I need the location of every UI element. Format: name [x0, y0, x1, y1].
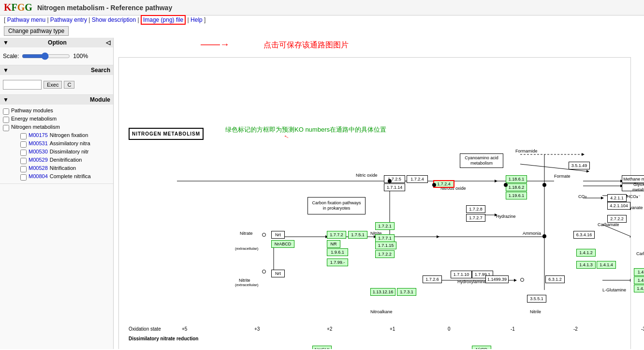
enzyme-1414[interactable]: 1.4.1.4: [597, 261, 616, 269]
enzyme-1728[interactable]: 1.7.2.8: [466, 205, 485, 213]
node-3: [504, 183, 508, 187]
search-triangle: ▼: [3, 67, 9, 74]
nav-show-description[interactable]: Show description: [92, 16, 136, 23]
m00175-item: M00175 Nitrogen fixation: [20, 132, 110, 139]
enzyme-17114[interactable]: 1.7.1.14: [384, 183, 405, 191]
enzyme-1721[interactable]: 1.7.2.1: [375, 222, 395, 230]
enzyme-3551[interactable]: 3.5.5.1: [527, 295, 546, 303]
enzyme-1799[interactable]: 1.7.99.-: [327, 259, 348, 266]
m00804-checkbox[interactable]: [20, 174, 27, 181]
nav-pathway-menu[interactable]: Pathway menu: [7, 16, 45, 23]
energy-metabolism-checkbox[interactable]: [3, 117, 9, 123]
node-4: [542, 183, 546, 187]
m00175-label: Nitrogen fixation: [50, 132, 88, 138]
m00530-checkbox[interactable]: [20, 150, 27, 156]
annotation-arrow-1: ——→: [201, 39, 230, 50]
enzyme-11961[interactable]: 1.19.6.1: [506, 192, 527, 199]
enzyme-1772[interactable]: 1.7.7.2: [327, 231, 346, 239]
m00530-label: Dissimilatory nitr: [50, 149, 89, 154]
enzyme-1412[interactable]: 1.4.1.2: [576, 249, 596, 257]
m00531-checkbox[interactable]: [20, 141, 27, 148]
enzyme-1413[interactable]: 1.4.1.3: [576, 261, 596, 269]
enzyme-6312[interactable]: 6.3.1.2: [545, 275, 565, 283]
enzyme-35149[interactable]: 3.5.1.49: [569, 162, 590, 169]
enzyme-1471[interactable]: 1.4.7.1: [634, 285, 644, 292]
enzyme-1724[interactable]: 1.7.2.4: [407, 175, 428, 183]
exec-button[interactable]: Exec: [44, 81, 62, 89]
pathway-diagram[interactable]: 绿色标记的方框即为预测KO numbers在通路中的具体位置 ←: [118, 57, 631, 349]
enzyme-11312[interactable]: 1.13.12.16: [370, 288, 395, 296]
search-label: Search: [91, 67, 110, 74]
pathway-modules-checkbox[interactable]: [3, 108, 9, 115]
enzyme-19961[interactable]: 1.9.6.1: [327, 248, 348, 256]
nitrate-label: Nitrate: [240, 231, 253, 236]
module-label: Module: [90, 96, 110, 103]
clear-button[interactable]: C: [64, 81, 74, 89]
nav-pathway-entry[interactable]: Pathway entry: [50, 16, 87, 23]
enzyme-14113[interactable]: 1.4.1.13: [634, 268, 644, 276]
nav-bar: [ Pathway menu | Pathway entry | Show de…: [0, 15, 644, 24]
option-collapse-icon: ◁: [106, 39, 110, 46]
ox-0: 0: [448, 326, 451, 332]
search-section: ▼ Search Exec C: [0, 65, 113, 95]
option-section: ▼ Option ◁ Scale: 100%: [0, 38, 113, 65]
enzyme-nr[interactable]: NR: [327, 240, 340, 248]
enzyme-nrabcd[interactable]: NrABCD: [271, 240, 294, 248]
enzyme-nrt-top[interactable]: Nrt: [271, 231, 285, 239]
search-input[interactable]: [3, 80, 42, 90]
change-pathway-button[interactable]: Change pathway type: [4, 26, 69, 36]
enzyme-1751[interactable]: 1.7.5.1: [348, 231, 367, 239]
enzyme-1726[interactable]: 1.7.2.6: [423, 275, 442, 283]
diss-nitrate-label: Dissimilatory nitrate reduction: [129, 336, 198, 341]
pathway-glyoxylate[interactable]: Glyoxylate metabolism: [622, 183, 644, 191]
search-header[interactable]: ▼ Search: [0, 65, 113, 75]
m00175-checkbox[interactable]: [20, 133, 27, 139]
enzyme-17115[interactable]: 1.7.1.15: [375, 242, 396, 249]
enzyme-6346[interactable]: 6.3.4.16: [573, 231, 595, 239]
enzyme-1727[interactable]: 1.7.2.7: [466, 214, 485, 222]
enzyme-17110[interactable]: 1.7.1.10: [451, 271, 472, 278]
search-row: Exec C: [3, 78, 110, 91]
nitrogen-metabolism-label: Nitrogen metabolism: [11, 124, 60, 130]
enzyme-nrt-bot[interactable]: Nrt: [271, 270, 285, 277]
m00529-link[interactable]: M00529: [29, 157, 48, 163]
enzyme-11862[interactable]: 1.18.6.2: [506, 183, 527, 191]
m00804-link[interactable]: M00804: [29, 173, 48, 179]
ox-plus1: +1: [390, 326, 395, 332]
m00528-link[interactable]: M00528: [29, 165, 48, 171]
pathway-carbon-fixation[interactable]: Carbon fixation pathwaysin prokaryotes: [307, 197, 366, 214]
m00531-link[interactable]: M00531: [29, 140, 48, 146]
enzyme-11861[interactable]: 1.18.6.1: [506, 175, 527, 183]
enzyme-14114[interactable]: 1.4.1.14: [634, 276, 644, 284]
enzyme-4211[interactable]: 4.2.1.1: [607, 194, 627, 202]
enzyme-1724-highlight[interactable]: 1.7.2.4: [433, 180, 454, 188]
m00175-link[interactable]: M00175: [29, 132, 48, 138]
enzyme-11499[interactable]: 1.1499.39: [485, 275, 509, 283]
hco3-label: HCO₃⁻: [627, 194, 641, 199]
enzyme-1722[interactable]: 1.7.2.2: [375, 250, 395, 258]
m00530-link[interactable]: M00530: [29, 149, 48, 154]
module-header[interactable]: ▼ Module: [0, 95, 113, 105]
bottom-nirbd[interactable]: NirBD: [472, 346, 491, 349]
enzyme-1725[interactable]: 1.7.2.5: [384, 175, 405, 183]
module-triangle: ▼: [3, 96, 9, 103]
nav-image-png[interactable]: Image (png) file: [141, 15, 186, 25]
enzyme-2722[interactable]: 2.7.2.2: [607, 215, 627, 223]
bottom-narghi[interactable]: NarGHI: [312, 346, 332, 349]
energy-metabolism-item: Energy metabolism: [3, 116, 110, 123]
content-area[interactable]: 点击可保存该通路图图片 ——→ 绿色标记的方框即为预测KO numbers在通路…: [114, 38, 644, 349]
m00529-checkbox[interactable]: [20, 158, 27, 164]
nitrogen-metabolism-checkbox[interactable]: [3, 125, 9, 131]
enzyme-1771[interactable]: 1.7.7.1: [375, 234, 395, 242]
scale-row: Scale: 100%: [3, 50, 110, 62]
enzyme-421104[interactable]: 4.2.1.104: [607, 202, 630, 210]
m00528-checkbox[interactable]: [20, 166, 27, 172]
option-header[interactable]: ▼ Option ◁: [0, 38, 113, 47]
node-7: [262, 270, 266, 274]
enzyme-1731[interactable]: 1.7.3.1: [397, 288, 416, 296]
scale-slider[interactable]: [22, 52, 70, 60]
pathway-cyanoamino[interactable]: Cyanoamino acidmetabolism: [460, 153, 503, 168]
nav-help[interactable]: Help: [190, 16, 203, 23]
node-8: [520, 278, 524, 282]
ammonia-label: Ammonia: [523, 231, 541, 236]
